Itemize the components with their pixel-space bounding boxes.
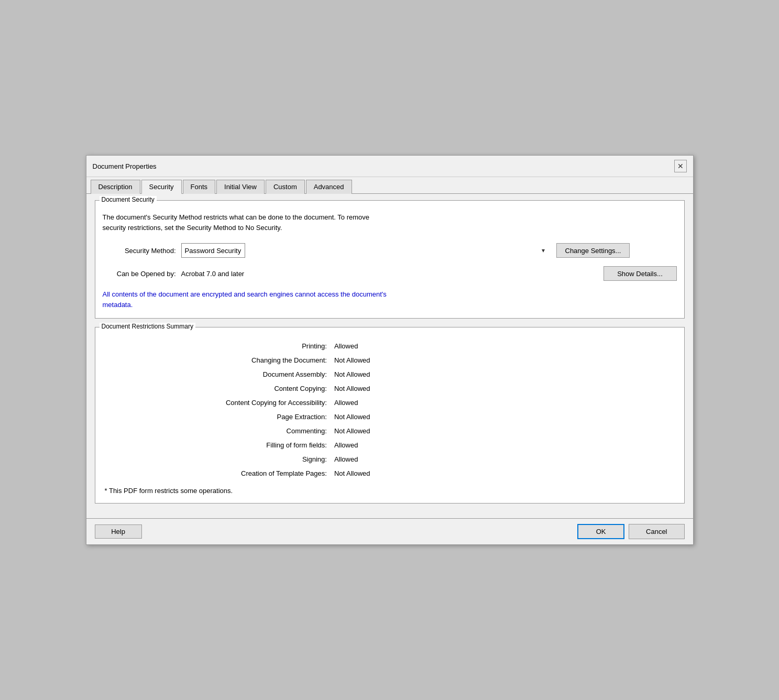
can-be-opened-row: Can be Opened by: Acrobat 7.0 and later … — [103, 266, 677, 281]
restriction-value: Not Allowed — [332, 367, 677, 381]
tab-description[interactable]: Description — [91, 180, 140, 194]
table-row: Filling of form fields:Allowed — [103, 438, 677, 452]
title-bar: Document Properties ✕ — [86, 156, 693, 177]
table-row: Creation of Template Pages:Not Allowed — [103, 466, 677, 480]
tab-custom[interactable]: Custom — [266, 180, 305, 194]
document-security-title: Document Security — [100, 196, 157, 203]
footer-right-buttons: OK Cancel — [577, 524, 684, 539]
restrictions-table: Printing:AllowedChanging the Document:No… — [103, 339, 677, 480]
security-info-text: All contents of the document are encrypt… — [103, 289, 677, 310]
restriction-label: Signing: — [103, 452, 332, 466]
restrictions-summary-section: Document Restrictions Summary Printing:A… — [95, 327, 685, 504]
restriction-label: Content Copying for Accessibility: — [103, 396, 332, 410]
document-properties-dialog: Document Properties ✕ Description Securi… — [86, 155, 694, 545]
security-method-select[interactable]: Password Security — [181, 243, 245, 258]
tab-initial-view[interactable]: Initial View — [216, 180, 265, 194]
ok-button[interactable]: OK — [577, 524, 624, 539]
security-method-label: Security Method: — [103, 247, 176, 255]
security-method-row: Security Method: Password Security Chang… — [103, 243, 677, 258]
restriction-label: Printing: — [103, 339, 332, 353]
can-be-opened-label: Can be Opened by: — [103, 270, 176, 278]
table-row: Document Assembly:Not Allowed — [103, 367, 677, 381]
table-row: Changing the Document:Not Allowed — [103, 353, 677, 367]
restriction-value: Not Allowed — [332, 424, 677, 438]
restriction-label: Document Assembly: — [103, 367, 332, 381]
table-row: Content Copying for Accessibility:Allowe… — [103, 396, 677, 410]
table-row: Content Copying:Not Allowed — [103, 381, 677, 396]
restriction-value: Not Allowed — [332, 353, 677, 367]
tab-content: Document Security The document's Securit… — [86, 194, 693, 518]
restriction-value: Allowed — [332, 396, 677, 410]
dialog-footer: Help OK Cancel — [86, 518, 693, 544]
restriction-label: Creation of Template Pages: — [103, 466, 332, 480]
document-security-content: The document's Security Method restricts… — [103, 212, 677, 310]
cancel-button[interactable]: Cancel — [629, 524, 684, 539]
show-details-button[interactable]: Show Details... — [604, 266, 677, 281]
restriction-value: Allowed — [332, 438, 677, 452]
restriction-value: Not Allowed — [332, 466, 677, 480]
tab-security[interactable]: Security — [141, 180, 182, 194]
tab-advanced[interactable]: Advanced — [306, 180, 352, 194]
restriction-label: Page Extraction: — [103, 410, 332, 424]
restrictions-summary-title: Document Restrictions Summary — [100, 323, 195, 330]
restriction-label: Filling of form fields: — [103, 438, 332, 452]
restrictions-footnote: * This PDF form restricts some operation… — [103, 487, 677, 495]
restriction-value: Allowed — [332, 339, 677, 353]
can-be-opened-value: Acrobat 7.0 and later — [181, 270, 595, 278]
table-row: Signing:Allowed — [103, 452, 677, 466]
dialog-title: Document Properties — [93, 162, 157, 170]
change-settings-button[interactable]: Change Settings... — [556, 243, 630, 258]
restriction-label: Content Copying: — [103, 381, 332, 396]
restriction-value: Not Allowed — [332, 410, 677, 424]
table-row: Commenting:Not Allowed — [103, 424, 677, 438]
tab-bar: Description Security Fonts Initial View … — [86, 177, 693, 194]
restriction-value: Allowed — [332, 452, 677, 466]
restriction-label: Commenting: — [103, 424, 332, 438]
security-description: The document's Security Method restricts… — [103, 212, 677, 233]
restriction-label: Changing the Document: — [103, 353, 332, 367]
document-security-section: Document Security The document's Securit… — [95, 200, 685, 319]
tab-fonts[interactable]: Fonts — [183, 180, 216, 194]
close-button[interactable]: ✕ — [674, 160, 687, 172]
restrictions-summary-content: Printing:AllowedChanging the Document:No… — [103, 339, 677, 495]
restriction-value: Not Allowed — [332, 381, 677, 396]
security-method-select-wrapper: Password Security — [181, 243, 548, 258]
table-row: Printing:Allowed — [103, 339, 677, 353]
table-row: Page Extraction:Not Allowed — [103, 410, 677, 424]
help-button[interactable]: Help — [95, 524, 142, 539]
